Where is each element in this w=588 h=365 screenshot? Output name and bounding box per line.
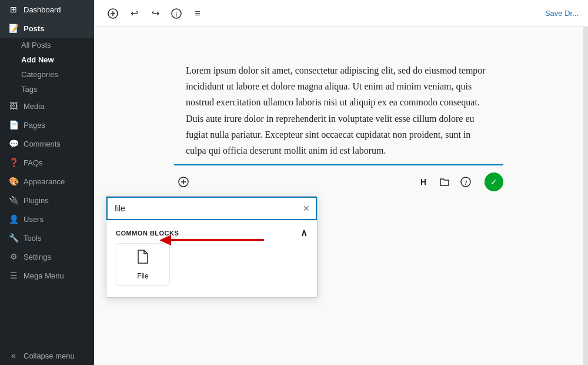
- appearance-icon: 🎨: [8, 177, 19, 186]
- sidebar-media-label: Media: [24, 102, 44, 111]
- block-toolbar: H ? ✓: [174, 172, 503, 191]
- blocks-grid: File: [106, 243, 317, 286]
- pages-icon: 📄: [8, 120, 19, 130]
- posts-icon: 📝: [8, 24, 19, 33]
- heading-button[interactable]: H: [414, 172, 433, 191]
- sidebar-users-label: Users: [24, 215, 44, 224]
- users-icon: 👤: [8, 214, 19, 224]
- svg-text:i: i: [175, 10, 177, 17]
- sidebar-plugins-label: Plugins: [24, 196, 49, 205]
- editor-body-text: Lorem ipsum dolor sit amet, consectetur …: [186, 62, 492, 158]
- sidebar-posts-label: Posts: [24, 24, 44, 33]
- right-scrollbar: [583, 27, 588, 365]
- sidebar-all-posts[interactable]: All Posts: [0, 38, 94, 52]
- tools-icon: 🔧: [8, 233, 19, 243]
- redo-button[interactable]: ↪: [146, 4, 165, 23]
- common-blocks-header: Common Blocks ∧: [106, 220, 317, 243]
- sidebar-item-media[interactable]: 🖼 Media: [0, 97, 94, 115]
- add-block-button[interactable]: [103, 4, 122, 23]
- sidebar-faqs-label: FAQs: [24, 158, 43, 167]
- chevron-up-icon[interactable]: ∧: [300, 227, 308, 238]
- sidebar-pages-label: Pages: [24, 121, 45, 130]
- sidebar-appearance-label: Appearance: [24, 177, 65, 186]
- insert-block-button[interactable]: [174, 172, 193, 191]
- main-area: Lorem ipsum dolor sit amet, consectetur …: [94, 27, 588, 365]
- clear-search-button[interactable]: ✕: [297, 199, 316, 218]
- sidebar-mega-menu-label: Mega Menu: [24, 271, 64, 280]
- sidebar-comments-label: Comments: [24, 140, 61, 148]
- list-view-button[interactable]: ≡: [188, 4, 207, 23]
- settings-icon: ⚙: [8, 252, 19, 261]
- svg-text:?: ?: [465, 179, 467, 186]
- sidebar-item-mega-menu[interactable]: ☰ Mega Menu: [0, 266, 94, 285]
- sidebar-item-pages[interactable]: 📄 Pages: [0, 115, 94, 134]
- sidebar-item-posts[interactable]: 📝 Posts: [0, 19, 94, 38]
- file-block-icon: [135, 248, 151, 268]
- dashboard-icon: ⊞: [8, 5, 19, 14]
- sidebar-item-dashboard[interactable]: ⊞ Dashboard: [0, 0, 94, 19]
- block-search-popup: ✕ Common Blocks ∧ File: [106, 196, 318, 298]
- block-search-input[interactable]: [108, 198, 297, 219]
- sidebar-settings-label: Settings: [24, 253, 51, 261]
- sidebar-categories[interactable]: Categories: [0, 67, 94, 82]
- sidebar-item-collapse[interactable]: « Collapse menu: [0, 346, 94, 365]
- topbar: ↩ ↪ i ≡ Save Dr...: [94, 0, 588, 27]
- mega-menu-icon: ☰: [8, 271, 19, 280]
- sidebar-item-settings[interactable]: ⚙ Settings: [0, 247, 94, 266]
- file-block-label: File: [137, 272, 148, 280]
- plugins-icon: 🔌: [8, 195, 19, 205]
- save-draft-button[interactable]: Save Dr...: [545, 9, 579, 18]
- check-icon: ✓: [490, 177, 497, 187]
- sidebar-item-plugins[interactable]: 🔌 Plugins: [0, 191, 94, 210]
- comments-icon: 💬: [8, 139, 19, 148]
- common-blocks-label: Common Blocks: [116, 230, 179, 237]
- media-icon: 🖼: [8, 101, 19, 111]
- sidebar-item-users[interactable]: 👤 Users: [0, 210, 94, 228]
- undo-button[interactable]: ↩: [125, 4, 143, 23]
- sidebar-tools-label: Tools: [24, 234, 41, 243]
- sidebar-item-faqs[interactable]: ❓ FAQs: [0, 153, 94, 172]
- editor-area: Lorem ipsum dolor sit amet, consectetur …: [94, 27, 583, 365]
- close-icon: ✕: [303, 204, 310, 213]
- collapse-icon: «: [8, 351, 19, 360]
- sidebar-tags[interactable]: Tags: [0, 82, 94, 97]
- info-button[interactable]: i: [167, 4, 186, 23]
- search-input-row: ✕: [106, 197, 317, 220]
- folder-button[interactable]: [435, 172, 454, 191]
- sidebar-item-tools[interactable]: 🔧 Tools: [0, 228, 94, 247]
- file-block-item[interactable]: File: [116, 243, 170, 286]
- sidebar-add-new[interactable]: Add New: [0, 52, 94, 67]
- block-status-indicator: ✓: [485, 172, 503, 191]
- help-button[interactable]: ?: [456, 172, 475, 191]
- sidebar-item-appearance[interactable]: 🎨 Appearance: [0, 172, 94, 191]
- editor-content-block[interactable]: Lorem ipsum dolor sit amet, consectetur …: [174, 51, 503, 165]
- sidebar-dashboard-label: Dashboard: [24, 5, 61, 14]
- sidebar-collapse-label: Collapse menu: [24, 351, 75, 360]
- faqs-icon: ❓: [8, 158, 19, 167]
- sidebar-item-comments[interactable]: 💬 Comments: [0, 134, 94, 153]
